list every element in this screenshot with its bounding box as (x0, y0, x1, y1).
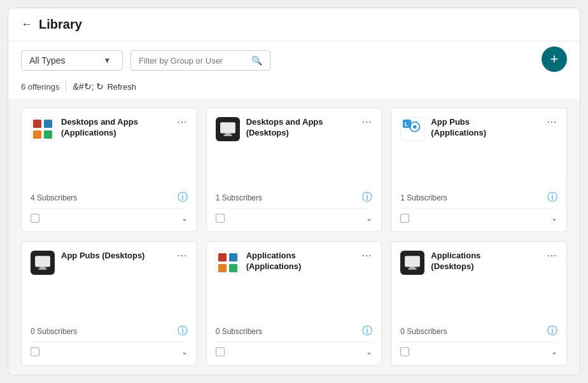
more-options-button[interactable]: ⋯ (177, 117, 188, 127)
search-icon: 🔍 (251, 55, 262, 66)
checkbox-row: ⌄ (31, 342, 188, 356)
more-options-button[interactable]: ⋯ (361, 251, 372, 261)
more-options-button[interactable]: ⋯ (177, 251, 188, 261)
more-options-button[interactable]: ⋯ (547, 117, 557, 127)
card-name: Desktops and Apps (Applications) (61, 117, 150, 139)
card-middle (216, 141, 373, 191)
checkbox-row: ⌄ (400, 342, 557, 356)
info-icon[interactable]: ⓘ (547, 191, 557, 204)
card-6: Applications (Desktops) ⋯ 0 Subscribers … (391, 241, 567, 366)
search-input[interactable] (139, 56, 246, 66)
expand-icon[interactable]: ⌄ (181, 214, 188, 223)
svg-rect-17 (229, 264, 237, 272)
subscribers-row: 1 Subscribers ⓘ (216, 191, 373, 204)
card-info: L App Pubs (Applications) (400, 117, 520, 141)
info-icon[interactable]: ⓘ (362, 324, 372, 338)
expand-icon[interactable]: ⌄ (181, 347, 188, 356)
card-middle (400, 141, 557, 191)
checkbox-row: ⌄ (216, 342, 373, 356)
subscribers-count: 1 Subscribers (400, 193, 447, 202)
card-name: Desktops and Apps (Desktops) (246, 117, 335, 139)
subscribers-count: 0 Subscribers (400, 327, 447, 336)
subscribers-row: 4 Subscribers ⓘ (31, 191, 188, 204)
more-options-button[interactable]: ⋯ (547, 251, 557, 261)
card-middle (216, 275, 373, 324)
svg-rect-18 (405, 256, 420, 267)
card-top: Desktops and Apps (Applications) ⋯ (31, 117, 188, 141)
card-top: L App Pubs (Applications) ⋯ (400, 117, 557, 141)
card-checkbox[interactable] (216, 214, 225, 223)
svg-rect-20 (409, 268, 417, 270)
svg-rect-1 (33, 130, 41, 139)
card-4: App Pubs (Desktops) ⋯ 0 Subscribers ⓘ ⌄ (21, 241, 197, 366)
header: ← Library (8, 8, 580, 41)
svg-rect-11 (35, 256, 50, 267)
card-middle (31, 275, 188, 324)
info-icon[interactable]: ⓘ (362, 191, 372, 204)
back-button[interactable]: ← (21, 18, 32, 31)
card-top: App Pubs (Desktops) ⋯ (31, 251, 188, 275)
card-checkbox[interactable] (31, 347, 39, 356)
divider (66, 81, 66, 92)
checkbox-row: ⌄ (400, 208, 557, 223)
add-button[interactable]: + (542, 46, 567, 72)
refresh-button[interactable]: &#↻; ↻ Refresh (73, 81, 136, 92)
card-name: App Pubs (Applications) (431, 117, 520, 139)
more-options-button[interactable]: ⋯ (361, 117, 372, 127)
card-1: Desktops and Apps (Applications) ⋯ 4 Sub… (21, 108, 197, 232)
info-icon[interactable]: ⓘ (178, 324, 188, 338)
subscribers-count: 1 Subscribers (216, 193, 262, 202)
subscribers-count: 0 Subscribers (216, 327, 262, 336)
refresh-label: Refresh (107, 82, 136, 92)
search-box[interactable]: 🔍 (130, 50, 270, 71)
svg-rect-12 (40, 267, 46, 268)
card-info: App Pubs (Desktops) (31, 251, 144, 275)
info-icon[interactable]: ⓘ (178, 191, 188, 204)
card-checkbox[interactable] (400, 347, 409, 356)
card-bottom: 0 Subscribers ⓘ ⌄ (31, 324, 188, 356)
checkbox-row: ⌄ (31, 208, 188, 223)
svg-rect-2 (44, 120, 52, 128)
card-bottom: 0 Subscribers ⓘ ⌄ (400, 324, 557, 356)
card-top: Desktops and Apps (Desktops) ⋯ (216, 117, 373, 141)
refresh-icon: &#↻; ↻ (73, 81, 104, 92)
card-icon (216, 251, 240, 275)
card-info: Desktops and Apps (Applications) (31, 117, 150, 141)
cards-grid: Desktops and Apps (Applications) ⋯ 4 Sub… (8, 99, 580, 375)
subscribers-row: 0 Subscribers ⓘ (400, 324, 557, 338)
card-icon (31, 117, 55, 141)
expand-icon[interactable]: ⌄ (366, 214, 372, 223)
subscribers-count: 4 Subscribers (31, 193, 77, 202)
toolbar: All Types ▼ 🔍 + (8, 41, 580, 77)
card-bottom: 1 Subscribers ⓘ ⌄ (216, 191, 373, 223)
main-window: ← Library All Types ▼ 🔍 + 6 offerings &#… (8, 8, 580, 375)
expand-icon[interactable]: ⌄ (551, 214, 557, 223)
expand-icon[interactable]: ⌄ (551, 347, 557, 356)
sub-toolbar: 6 offerings &#↻; ↻ Refresh (8, 77, 580, 99)
svg-text:L: L (405, 120, 409, 127)
subscribers-row: 0 Subscribers ⓘ (216, 324, 373, 338)
info-icon[interactable]: ⓘ (547, 324, 557, 338)
card-name: Applications (Desktops) (431, 251, 520, 272)
card-bottom: 0 Subscribers ⓘ ⌄ (216, 324, 373, 356)
expand-icon[interactable]: ⌄ (366, 347, 372, 356)
offerings-count: 6 offerings (21, 82, 59, 92)
card-checkbox[interactable] (31, 214, 39, 223)
type-select[interactable]: All Types ▼ (21, 50, 123, 71)
svg-rect-3 (44, 130, 52, 139)
card-checkbox[interactable] (216, 347, 225, 356)
card-bottom: 1 Subscribers ⓘ ⌄ (400, 191, 557, 223)
card-name: App Pubs (Desktops) (61, 251, 144, 261)
card-name: Applications (Applications) (246, 251, 335, 272)
svg-rect-4 (220, 122, 235, 133)
svg-rect-5 (225, 134, 230, 135)
subscribers-row: 1 Subscribers ⓘ (400, 191, 557, 204)
card-top: Applications (Desktops) ⋯ (400, 251, 557, 275)
page-title: Library (39, 17, 82, 32)
card-2: Desktops and Apps (Desktops) ⋯ 1 Subscri… (206, 108, 382, 232)
svg-rect-0 (33, 120, 41, 128)
card-top: Applications (Applications) ⋯ (216, 251, 373, 275)
card-3: L App Pubs (Applications) ⋯ 1 Subscriber… (391, 108, 567, 232)
card-checkbox[interactable] (400, 214, 409, 223)
subscribers-row: 0 Subscribers ⓘ (31, 324, 188, 338)
